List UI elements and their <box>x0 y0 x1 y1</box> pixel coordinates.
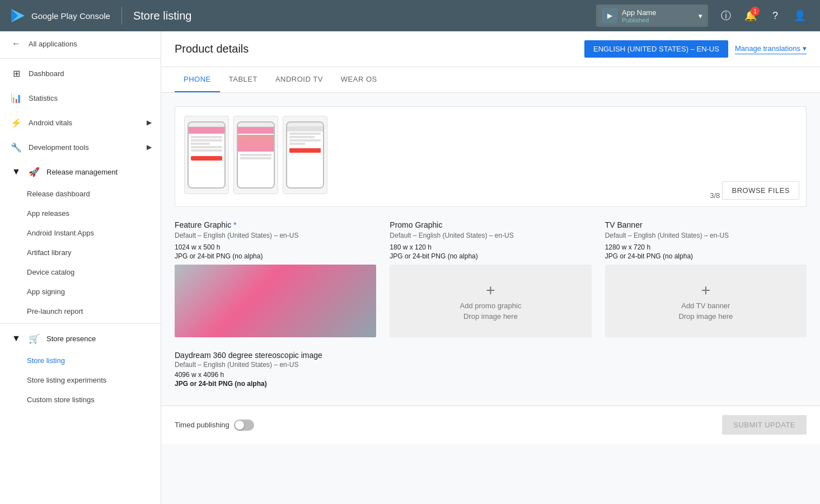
daydream-format-text: JPG or 24-bit PNG (no alpha) <box>175 380 267 388</box>
back-label: All applications <box>29 40 77 48</box>
timed-publishing-toggle[interactable] <box>234 420 254 431</box>
phone-field-8 <box>289 133 321 135</box>
phone-field-9 <box>289 136 315 138</box>
feature-graphic-preview[interactable] <box>175 265 376 337</box>
feature-graphic-format-text: JPG or 24-bit PNG (no alpha) <box>175 252 263 260</box>
sidebar-divider-1 <box>0 58 161 59</box>
app-title: Google Play Console <box>31 11 110 21</box>
info-button[interactable]: ⓘ <box>715 4 737 27</box>
manage-translations-link[interactable]: Manage translations ▾ <box>735 44 807 54</box>
sidebar-item-app-releases[interactable]: App releases <box>0 204 161 223</box>
phone-mockup-1 <box>188 121 226 189</box>
sidebar-item-device-catalog[interactable]: Device catalog <box>0 262 161 282</box>
notification-button[interactable]: 🔔 1 <box>739 4 762 27</box>
main-layout: ← All applications ⊞ Dashboard 📊 Statist… <box>0 31 820 504</box>
sidebar-item-release-management[interactable]: ▼ 🚀 Release management <box>0 159 161 184</box>
account-button[interactable]: 👤 <box>789 4 811 27</box>
tab-tablet-label: TABLET <box>229 75 257 83</box>
promo-graphic-format: JPG or 24-bit PNG (no alpha) <box>390 252 591 260</box>
phone-img <box>238 135 274 152</box>
store-listing-experiments-label: Store listing experiments <box>27 376 106 384</box>
submit-update-button[interactable]: SUBMIT UPDATE <box>722 415 807 435</box>
artifact-library-label: Artifact library <box>27 248 71 257</box>
app-selector[interactable]: ▶ App Name Published ▾ <box>596 4 708 27</box>
promo-graphic-drop-label: Drop image here <box>463 312 518 321</box>
tv-banner-format-text: JPG or 24-bit PNG (no alpha) <box>605 252 693 260</box>
phone-top-bar-3 <box>287 123 323 127</box>
android-vitals-expand-icon: ▶ <box>147 119 152 126</box>
statistics-icon: 📊 <box>11 92 22 103</box>
tab-wear-os[interactable]: WEAR OS <box>332 67 386 92</box>
dev-tools-expand-icon: ▶ <box>147 143 152 151</box>
help-button[interactable]: ? <box>764 4 786 27</box>
promo-graphic-section: Promo Graphic Default – English (United … <box>390 220 591 337</box>
promo-graphic-plus-icon: + <box>486 281 495 299</box>
phone-fields <box>189 135 224 154</box>
app-status: Published <box>622 17 694 23</box>
promo-graphic-upload[interactable]: + Add promo graphic Drop image here <box>390 265 591 337</box>
daydream-dims: 4096 w x 4096 h <box>175 371 807 379</box>
sidebar-item-dashboard[interactable]: ⊞ Dashboard <box>0 61 161 86</box>
release-dashboard-label: Release dashboard <box>27 190 90 198</box>
browse-files-button[interactable]: BROWSE FILES <box>722 181 799 200</box>
screenshot-3 <box>283 116 327 194</box>
notification-badge: 1 <box>751 7 760 16</box>
phone-pink-bar <box>189 127 224 134</box>
sidebar-item-pre-launch[interactable]: Pre-launch report <box>0 302 161 321</box>
phone-pink-bar-2 <box>238 127 274 134</box>
manage-translations-label: Manage translations <box>735 44 800 53</box>
language-button[interactable]: ENGLISH (UNITED STATES) – EN-US <box>584 40 728 58</box>
dev-tools-label: Development tools <box>29 143 89 152</box>
app-selector-chevron-icon: ▾ <box>699 12 702 20</box>
tv-banner-upload[interactable]: + Add TV banner Drop image here <box>605 265 807 337</box>
header-actions: ENGLISH (UNITED STATES) – EN-US Manage t… <box>584 40 807 58</box>
manage-translations-chevron-icon: ▾ <box>803 44 807 53</box>
sidebar-item-statistics[interactable]: 📊 Statistics <box>0 86 161 110</box>
sidebar-item-app-signing[interactable]: App signing <box>0 282 161 302</box>
phone-field-3 <box>191 143 210 145</box>
tab-phone[interactable]: PHONE <box>175 67 220 92</box>
phone-fields-3 <box>287 131 323 147</box>
promo-graphic-dims: 180 w x 120 h <box>390 243 591 251</box>
phone-content-3 <box>287 127 323 187</box>
sidebar: ← All applications ⊞ Dashboard 📊 Statist… <box>0 31 161 504</box>
phone-field-5 <box>191 149 222 152</box>
app-signing-label: App signing <box>27 288 65 296</box>
phone-mockup-3 <box>286 121 324 189</box>
sidebar-item-store-listing-experiments[interactable]: Store listing experiments <box>0 370 161 390</box>
top-bar-actions: ⓘ 🔔 1 ? 👤 <box>715 4 811 27</box>
tv-banner-label: TV Banner <box>605 220 807 229</box>
feature-graphic-dims: 1024 w x 500 h <box>175 243 376 251</box>
release-mgmt-expand-icon: ▼ <box>11 166 22 177</box>
tv-banner-drop-label: Drop image here <box>678 312 733 321</box>
content-area: Product details ENGLISH (UNITED STATES) … <box>161 31 820 504</box>
promo-graphic-add-label: Add promo graphic <box>460 302 522 310</box>
feature-graphic-label: Feature Graphic * <box>175 220 376 229</box>
screenshots-container: 3/8 screenshots BROWSE FILES <box>175 106 807 207</box>
toggle-knob <box>235 421 244 430</box>
sidebar-item-back[interactable]: ← All applications <box>0 31 161 56</box>
sidebar-item-store-presence[interactable]: ▼ 🛒 Store presence <box>0 326 161 351</box>
promo-graphic-label: Promo Graphic <box>390 220 591 229</box>
sidebar-item-store-listing[interactable]: Store listing <box>0 351 161 370</box>
tab-tablet[interactable]: TABLET <box>220 67 266 92</box>
section-content: 3/8 screenshots BROWSE FILES Feature Gra… <box>161 93 820 406</box>
release-mgmt-icon: 🚀 <box>29 166 40 177</box>
android-vitals-icon: ⚡ <box>11 117 22 128</box>
sidebar-item-android-vitals[interactable]: ⚡ Android vitals ▶ <box>0 110 161 135</box>
store-presence-icon: 🛒 <box>29 333 40 344</box>
app-logo: Google Play Console <box>9 7 110 25</box>
sidebar-item-release-dashboard[interactable]: Release dashboard <box>0 184 161 204</box>
feature-graphic-title: Feature Graphic <box>175 220 231 229</box>
sidebar-item-dev-tools[interactable]: 🔧 Development tools ▶ <box>0 135 161 159</box>
sidebar-divider-2 <box>0 323 161 324</box>
tab-android-tv[interactable]: ANDROID TV <box>266 67 332 92</box>
page-title: Store listing <box>133 10 589 22</box>
sidebar-item-artifact-library[interactable]: Artifact library <box>0 243 161 262</box>
submit-update-label: SUBMIT UPDATE <box>733 421 795 429</box>
release-mgmt-label: Release management <box>46 168 118 176</box>
sidebar-item-custom-store-listings[interactable]: Custom store listings <box>0 390 161 409</box>
app-icon: ▶ <box>602 8 617 23</box>
sidebar-item-android-instant[interactable]: Android Instant Apps <box>0 223 161 243</box>
store-presence-expand-icon: ▼ <box>11 333 22 344</box>
